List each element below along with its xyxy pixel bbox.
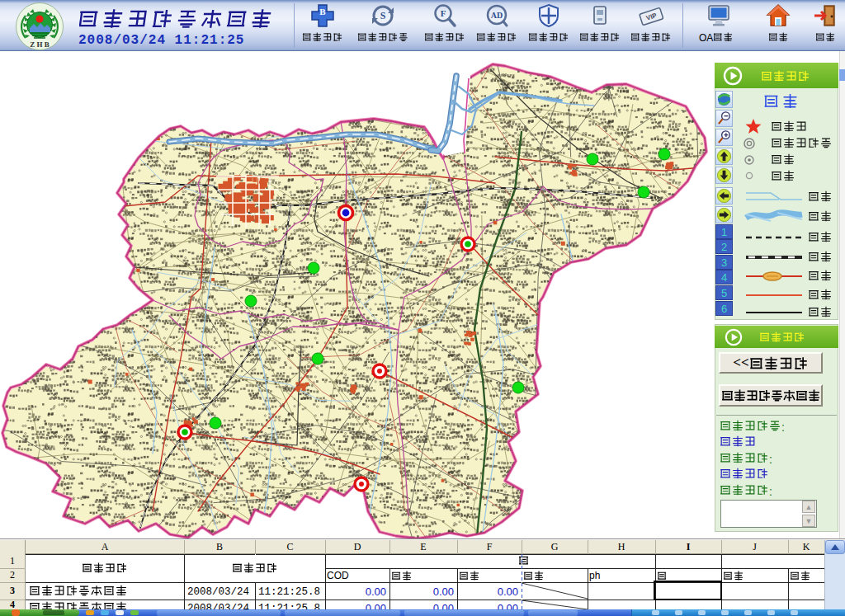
svg-text:B: B: [319, 7, 326, 16]
svg-text:AD: AD: [491, 11, 503, 20]
svg-text:S: S: [380, 10, 386, 21]
svg-text:Z H B: Z H B: [30, 40, 50, 49]
svg-text:F: F: [441, 8, 446, 18]
